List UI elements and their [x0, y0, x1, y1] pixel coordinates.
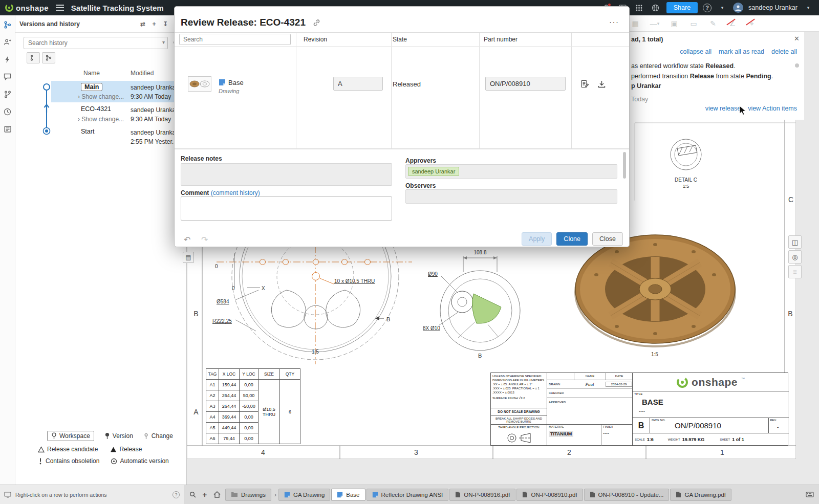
help-badge-icon[interactable]: ? [173, 491, 180, 498]
graph-view-toggle[interactable] [42, 52, 55, 63]
row-name[interactable]: Main [81, 83, 102, 91]
comments-icon[interactable] [3, 72, 13, 82]
onshape-logo[interactable]: onshape [5, 4, 49, 12]
chevron-down-icon[interactable]: ▾ [717, 2, 728, 13]
undo-icon[interactable]: ↶ [184, 235, 190, 245]
line-style-dropdown[interactable]: — ▾ [649, 18, 660, 29]
drawn-label: DRAWN [547, 383, 574, 386]
row-name[interactable]: ECO-4321 [81, 105, 111, 113]
create-version-icon[interactable]: + [148, 18, 160, 30]
help-icon[interactable]: ? [703, 4, 712, 12]
column-name[interactable]: Name [83, 70, 100, 77]
measure-tool-icon[interactable]: ∠ [727, 18, 738, 29]
revision-input[interactable] [333, 77, 383, 91]
user-name[interactable]: sandeep Urankar [748, 4, 798, 11]
radius-dim[interactable]: R222,25 [212, 318, 232, 324]
legend-workspace[interactable]: Workspace [47, 431, 94, 441]
branch-icon[interactable] [3, 89, 13, 99]
dimension-tool-icon[interactable]: ⌖ [746, 18, 758, 29]
diameter-dim[interactable]: Ø584 [217, 299, 229, 304]
tab-search-icon[interactable] [186, 489, 199, 501]
tab-ga-drawing-pdf[interactable]: GA Drawing.pdf [670, 489, 731, 501]
view-settings-button[interactable]: ≡ [788, 265, 802, 278]
view-action-items-link[interactable]: view Action items [748, 105, 797, 112]
history-icon[interactable] [3, 106, 13, 117]
history-row-start[interactable]: Start sandeep Uranka 2:55 PM Yester... [51, 126, 186, 147]
close-icon[interactable]: ✕ [794, 35, 800, 42]
detail-b-holes-dim[interactable]: 8X Ø10 [423, 325, 440, 331]
release-marker[interactable] [45, 105, 49, 113]
item-thumbnail[interactable] [188, 76, 211, 92]
lightning-icon[interactable] [3, 54, 13, 64]
clone-button[interactable]: Clone [556, 232, 588, 246]
tab-base[interactable]: Base [331, 489, 365, 501]
annotate-tool-icon[interactable]: ✎ [707, 18, 719, 29]
comment-input[interactable] [181, 196, 392, 221]
tree-view-toggle[interactable] [27, 52, 40, 63]
collapse-all-link[interactable]: collapse all [680, 48, 712, 55]
apply-button[interactable]: Apply [522, 232, 552, 246]
menu-icon[interactable] [56, 5, 64, 11]
more-options-button[interactable]: ... [607, 15, 622, 26]
sheet-properties-button[interactable]: ▤ [183, 252, 194, 263]
close-button[interactable]: Close [592, 232, 623, 246]
section-view-button[interactable]: ◫ [788, 235, 802, 249]
tab-drawings-folder[interactable]: Drawings [225, 489, 271, 501]
follow-users-icon[interactable] [3, 37, 13, 47]
versions-panel-icon[interactable] [3, 19, 13, 30]
detail-b-bore-dim[interactable]: Ø90 [428, 271, 438, 277]
column-modified[interactable]: Modified [131, 70, 154, 77]
mark-all-read-link[interactable]: mark all as read [719, 48, 764, 55]
user-chevron-icon[interactable]: ▾ [803, 2, 814, 13]
workspace-marker[interactable] [44, 84, 50, 90]
row-name[interactable]: Start [81, 128, 94, 135]
part-number-input[interactable] [485, 77, 566, 91]
avatar[interactable] [733, 3, 743, 13]
tab-ga-drawing[interactable]: GA Drawing [278, 489, 330, 501]
comment-history-link[interactable]: (comment history) [211, 189, 260, 196]
release-notes-icon[interactable] [578, 77, 591, 91]
unread-indicator[interactable] [795, 63, 799, 68]
download-icon[interactable] [595, 77, 608, 91]
detail-b-width-dim[interactable]: 108.8 [473, 250, 486, 255]
release-notes-input[interactable] [181, 163, 392, 186]
import-version-icon[interactable]: ↧ [160, 18, 171, 30]
add-tab-icon[interactable]: + [199, 489, 211, 501]
show-changes-link[interactable]: › Show change... [78, 116, 124, 123]
notification-time: Today [631, 96, 648, 103]
home-icon[interactable] [211, 489, 223, 501]
tab-pdf-008916[interactable]: ON-P-008916.pdf [449, 489, 515, 501]
tab-reflector-drawing[interactable]: Reflector Drawing ANSI [367, 489, 449, 501]
apps-grid-icon[interactable] [634, 2, 645, 13]
history-row-eco[interactable]: ECO-4321 sandeep Uranka › Show change...… [51, 103, 186, 125]
link-icon[interactable] [313, 19, 320, 27]
table-tool-icon[interactable]: ▦ [630, 18, 641, 29]
show-changes-link[interactable]: › Show change... [78, 93, 124, 100]
history-row-main[interactable]: Main sandeep Uranka › Show change... 9:3… [51, 81, 186, 102]
search-dropdown-caret-icon[interactable]: ▾ [162, 39, 165, 45]
compare-icon[interactable]: ⇄ [137, 18, 148, 30]
delete-all-link[interactable]: delete all [771, 48, 797, 55]
tab-pdf-008910-update[interactable]: ON-P-008910 - Update... [584, 489, 670, 501]
approver-tag[interactable]: sandeep Urankar [408, 167, 459, 176]
observers-field[interactable] [405, 189, 617, 204]
row-time: 2:55 PM Yester... [131, 138, 177, 145]
visibility-button[interactable]: ◎ [788, 250, 802, 264]
shortcuts-keyboard-icon[interactable] [804, 489, 816, 501]
approvers-field[interactable]: sandeep Urankar [405, 164, 617, 179]
release-search-input[interactable] [179, 34, 291, 45]
search-history-input[interactable] [24, 37, 168, 49]
hole-table[interactable]: TAG X LOC Y LOC SIZE QTY A1159,440,00 Ø1… [206, 368, 300, 444]
insert-image-icon[interactable]: ▣ [669, 18, 680, 29]
callout-tool-icon[interactable]: ▭ [688, 18, 699, 29]
hole-callout[interactable]: 10 x Ø10,5 THRU [334, 278, 375, 284]
redo-icon[interactable]: ↷ [201, 235, 208, 245]
globe-icon[interactable] [650, 2, 661, 13]
view-release-link[interactable]: view release [705, 105, 741, 112]
modal-scrollbar[interactable] [623, 152, 626, 225]
properties-list-icon[interactable] [3, 124, 13, 134]
share-button[interactable]: Share [666, 2, 698, 13]
material-value: TITANIUM [549, 431, 573, 437]
tab-pdf-008910[interactable]: ON-P-008910.pdf [516, 489, 583, 501]
item-name[interactable]: Base [228, 79, 244, 86]
